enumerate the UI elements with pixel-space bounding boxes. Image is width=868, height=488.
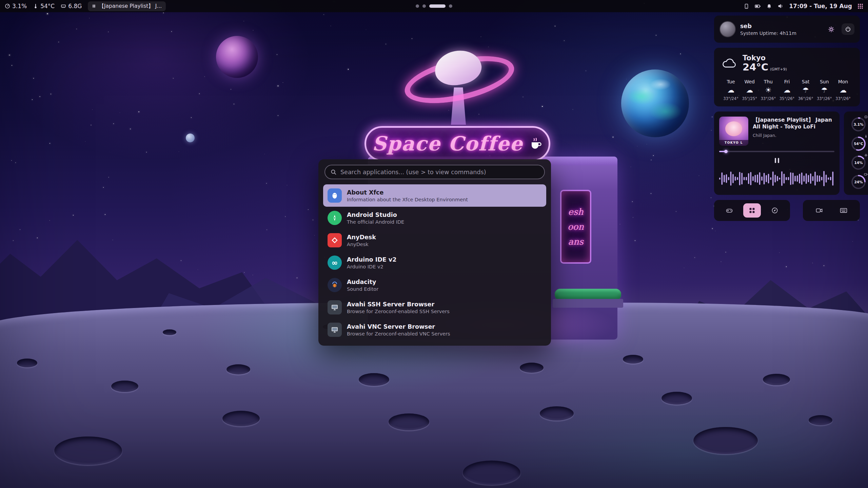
app-row-avahi-ssh[interactable]: Avahi SSH Server Browser Browse for Zero… <box>323 296 546 319</box>
temperature-value: 54°C <box>40 3 55 9</box>
weather-city: Tokyo <box>743 54 787 62</box>
app-row-anydesk[interactable]: AnyDesk AnyDesk <box>323 229 546 251</box>
topbar-right: 17:09 - Tue, 19 Aug <box>434 3 863 9</box>
quick-actions-row <box>714 200 860 221</box>
screen-record-button[interactable] <box>810 203 828 218</box>
forecast-temps: 36°/26° <box>796 96 815 101</box>
star <box>653 155 654 156</box>
star <box>173 78 174 79</box>
volume-icon[interactable] <box>777 3 784 9</box>
workspace-dot[interactable] <box>422 4 426 8</box>
star <box>243 21 244 21</box>
star <box>198 269 198 270</box>
star <box>620 224 620 224</box>
app-row-arduino[interactable]: ∞ Arduino IDE v2 Arduino IDE v2 <box>323 251 546 274</box>
workspace-dot[interactable] <box>449 4 452 8</box>
gamepad-button[interactable] <box>721 203 738 218</box>
cpu-value: 3.1% <box>12 3 27 9</box>
star <box>39 96 40 97</box>
forecast-weather-icon: ☀ <box>759 87 777 94</box>
app-title: Avahi SSH Server Browser <box>347 301 450 308</box>
app-row-avahi-vnc[interactable]: Avahi VNC Server Browser Browse for Zero… <box>323 319 546 341</box>
star <box>278 115 278 116</box>
star <box>632 201 632 202</box>
star <box>786 266 787 267</box>
battery-icon[interactable] <box>755 4 761 9</box>
star <box>191 117 192 118</box>
cpu-gauge: 3.1% <box>850 116 867 133</box>
forecast-day: Thu <box>759 79 777 84</box>
gamepad-icon <box>726 207 733 214</box>
app-grid-icon[interactable] <box>857 3 863 9</box>
usage-gauge-value: 14% <box>854 161 863 165</box>
crater <box>54 436 122 465</box>
video-camera-icon <box>815 207 823 214</box>
crater <box>111 381 138 392</box>
workspace-active-pill[interactable] <box>429 4 446 8</box>
progress-knob[interactable] <box>724 150 728 153</box>
star <box>11 160 12 161</box>
earth-planet <box>621 69 689 137</box>
small-moon <box>186 134 195 142</box>
star <box>547 155 547 155</box>
settings-button[interactable] <box>825 23 837 35</box>
clock[interactable]: 17:09 - Tue, 19 Aug <box>789 3 852 9</box>
star <box>824 265 824 266</box>
star <box>699 176 699 176</box>
app-row-about-xfce[interactable]: About Xfce Information about the Xfce De… <box>323 184 546 207</box>
star <box>130 128 131 129</box>
workspace-dot[interactable] <box>416 4 419 8</box>
app-row-audacity[interactable]: Audacity Sound Editor <box>323 274 546 296</box>
track-progress-bar[interactable] <box>719 151 834 152</box>
track-title: 【Japanese Playlist】 Japan All Night - To… <box>753 117 834 130</box>
compass-icon <box>771 207 778 214</box>
star <box>323 14 324 15</box>
star <box>412 38 412 39</box>
star <box>331 26 331 26</box>
compass-button[interactable] <box>766 203 784 218</box>
shop-hedge <box>555 289 621 300</box>
star <box>386 44 386 44</box>
forecast-day: Fri <box>777 79 796 84</box>
memory-value: 6.8G <box>68 3 82 9</box>
space-coffee-sign: Space Coffee <box>364 126 550 161</box>
star <box>204 76 205 77</box>
pause-button[interactable] <box>771 156 783 165</box>
forecast-temps: 33°/26° <box>834 96 852 101</box>
workspace-indicator[interactable] <box>416 4 452 8</box>
star <box>656 35 656 36</box>
crater <box>222 411 260 426</box>
phone-wrench-icon[interactable] <box>744 3 749 9</box>
star <box>684 268 684 268</box>
cpu-gauge-icon <box>5 3 10 9</box>
uptime-text: System Uptime: 4h11m <box>740 30 796 36</box>
star <box>712 228 713 229</box>
star <box>564 40 565 41</box>
anydesk-icon <box>328 233 342 247</box>
memory-stat: 6.8G <box>61 3 82 9</box>
forecast-day: Tue <box>722 79 740 84</box>
launcher-search-bar[interactable] <box>324 165 545 179</box>
star <box>314 235 315 236</box>
star <box>676 211 676 212</box>
now-playing-pill[interactable]: 【Japanese Playlist】 J... <box>88 1 166 11</box>
apps-button[interactable] <box>743 203 761 218</box>
star <box>15 162 16 163</box>
app-subtitle: Arduino IDE v2 <box>347 264 396 269</box>
sign-text: Space Coffee <box>372 132 523 155</box>
app-subtitle: Browse for Zeroconf-enabled VNC Servers <box>347 331 450 337</box>
crater <box>359 373 389 386</box>
star <box>637 146 637 146</box>
forecast-temps: 35°/25° <box>740 96 759 101</box>
avatar[interactable] <box>719 21 736 37</box>
notifications-bell-icon[interactable] <box>766 3 772 9</box>
forecast-weather-icon: ☁ <box>777 87 796 94</box>
search-input[interactable] <box>340 169 539 176</box>
keyboard-button[interactable] <box>835 203 852 218</box>
star <box>199 93 200 94</box>
app-row-android-studio[interactable]: Android Studio The official Android IDE <box>323 207 546 229</box>
username: seb <box>740 23 796 29</box>
forecast-day: Sun <box>815 79 834 84</box>
weather-timezone: (GMT+9) <box>770 67 787 72</box>
power-button[interactable] <box>842 23 854 35</box>
